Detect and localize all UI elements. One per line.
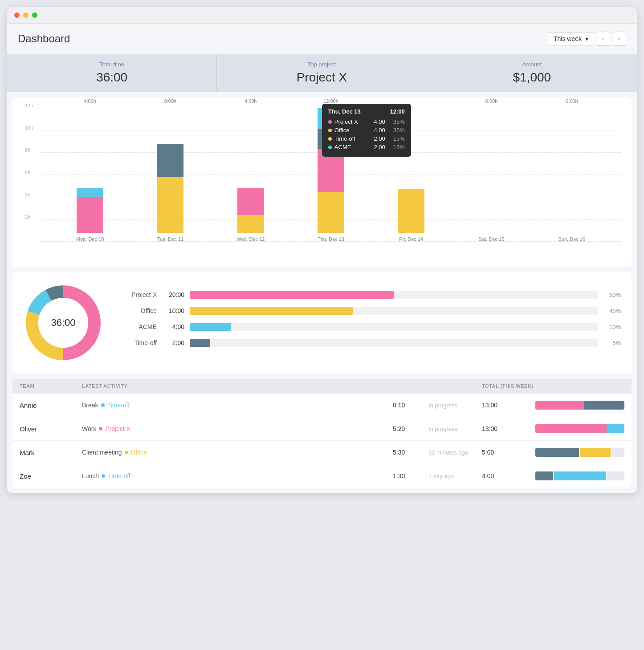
bar-seg-yellow [157,177,183,233]
activity-text-annie: Break [82,402,98,409]
team-name-oliver: Oliver [20,425,82,433]
bar-seg-pink [237,188,264,215]
page-title: Dashboard [18,32,70,45]
bar-group-thu[interactable]: 12:00h Thu, Dec 13 12:00 [291,108,371,242]
col-bars [535,383,624,389]
breakdown-name-1: Project X [121,291,157,298]
tooltip-name-3: Time-off [334,135,371,142]
bar-group-sat[interactable]: 0:00h Sat, Dec 15 [451,108,531,242]
breakdown-time-2: 10:00 [162,307,184,314]
activity-dot-oliver [99,427,102,431]
activity-tag-mark: Office [131,449,147,456]
total-time-cell: Total time 36:00 [7,54,217,92]
team-row-annie: Annie Break Time-off 0:10 In progress 13… [12,393,632,417]
breakdown-bar-bg-4 [190,339,598,347]
breakdown-row-timeoff: Time-off 2:00 5% [121,339,621,347]
header-controls: This week ▾ ‹ › [548,32,626,46]
bar-seg-pink [77,197,103,233]
activity-dot-zoe [102,474,105,478]
breakdown-pct-4: 5% [603,340,621,346]
total-time-label: Total time [18,61,206,68]
amount-label: Amount [438,61,626,68]
grid-label-2h: 2h [25,214,30,219]
tooltip-row-4: ACME 2:00 15% [328,144,405,150]
tooltip-time-4: 2:00 [374,144,385,150]
status-annie: In progress [428,402,482,409]
total-mark: 5:00 [482,449,535,456]
total-zoe: 4:00 [482,472,535,479]
donut-center-label: 36:00 [51,317,75,329]
minimize-dot[interactable] [23,12,29,18]
mini-bar-pink-oliver [535,424,607,433]
tooltip-dot-1 [328,120,332,124]
bar-xlabel-tue: Tue, Dec 11 [157,236,184,242]
breakdown-bar-fill-3 [190,323,231,331]
tooltip-name-1: Project X [334,118,371,125]
grid-label-12h: 12h [25,103,33,108]
breakdown-name-4: Time-off [121,339,157,346]
tooltip-pct-1: 35% [391,118,405,125]
bar-group-sun[interactable]: 0:00h Sun, Dec 16 [532,108,612,242]
breakdown-time-1: 20:00 [162,291,184,298]
bar-seg-yellow [398,189,424,233]
bar-total-wed: 4:00h [245,98,257,104]
bar-xlabel-wed: Wed, Dec 12 [236,236,265,242]
col-team: TEAM [20,383,82,389]
bar-total-tue: 8:00h [164,98,177,104]
bar-xlabel-thu: Thu, Dec 13 [318,236,344,242]
bar-total-sun: 0:00h [566,98,578,104]
duration-mark: 5:30 [393,449,428,456]
status-oliver: In progress [428,426,482,432]
status-mark: 32 minutes ago [428,449,482,456]
mini-bar-slate-mark [535,448,579,457]
breakdown-row-acme: ACME 4:00 10% [121,323,621,331]
bar-xlabel-mon: Mon, Dec 10 [76,236,104,242]
breakdown-pct-3: 10% [603,324,621,330]
activity-tag-oliver: Project X [105,425,130,432]
activity-zoe: Lunch Time-off [82,472,393,479]
bar-group-tue[interactable]: 8:00h Tue, Dec 11 [130,108,210,242]
activity-tag-annie: Time-off [107,402,130,409]
activity-dot-mark [125,451,128,454]
col-status [428,383,482,389]
breakdown-bar-bg-2 [190,307,598,315]
bar-stack-fri [398,189,424,233]
bar-chart-section: 12h 10h 8h 6h 4h 2h 4:00h Mon, Dec 10 [12,98,632,267]
activity-oliver: Work Project X [82,425,393,432]
bar-seg-slate [157,144,183,177]
tooltip-name-4: ACME [334,144,371,150]
bar-group-wed[interactable]: 4:00h Wed, Dec 12 [211,108,291,242]
mini-bar-slate-zoe [535,471,553,480]
maximize-dot[interactable] [32,12,37,18]
breakdown-pct-2: 40% [603,308,621,314]
breakdown-bar-fill-1 [190,291,394,299]
bar-total-thu: 12:00h [323,98,338,104]
close-dot[interactable] [14,12,20,18]
mini-bar-yellow-mark [580,448,611,457]
bar-group-mon[interactable]: 4:00h Mon, Dec 10 [50,108,130,242]
breakdown-bar-bg-3 [190,323,598,331]
next-week-button[interactable]: › [612,32,626,46]
tooltip-pct-3: 15% [391,135,405,142]
bar-seg-yellow [318,192,344,233]
mini-bar-pink-annie [535,401,584,410]
week-selector[interactable]: This week ▾ [548,32,594,45]
mini-bar-gray-mark [611,448,624,457]
bar-chart-tooltip: Thu, Dec 13 12:00 Project X 4:00 35% Off… [322,104,411,157]
breakdown-row-office: Office 10:00 40% [121,307,621,315]
team-name-zoe: Zoe [20,472,82,480]
prev-week-button[interactable]: ‹ [596,32,610,46]
col-duration [393,383,428,389]
amount-value: $1,000 [438,70,626,85]
activity-text-oliver: Work [82,425,96,432]
activity-annie: Break Time-off [82,402,393,409]
bar-xlabel-fri: Fri, Dec 14 [399,236,423,242]
mini-bars-oliver [535,424,624,433]
bar-seg-yellow [237,215,264,233]
duration-zoe: 1:30 [393,472,428,479]
breakdown-time-3: 4:00 [162,323,184,330]
bar-total-sat: 0:00h [485,98,498,104]
bar-xlabel-sat: Sat, Dec 15 [479,236,504,242]
activity-text-zoe: Lunch [82,472,99,479]
bar-stack-mon [77,188,103,233]
